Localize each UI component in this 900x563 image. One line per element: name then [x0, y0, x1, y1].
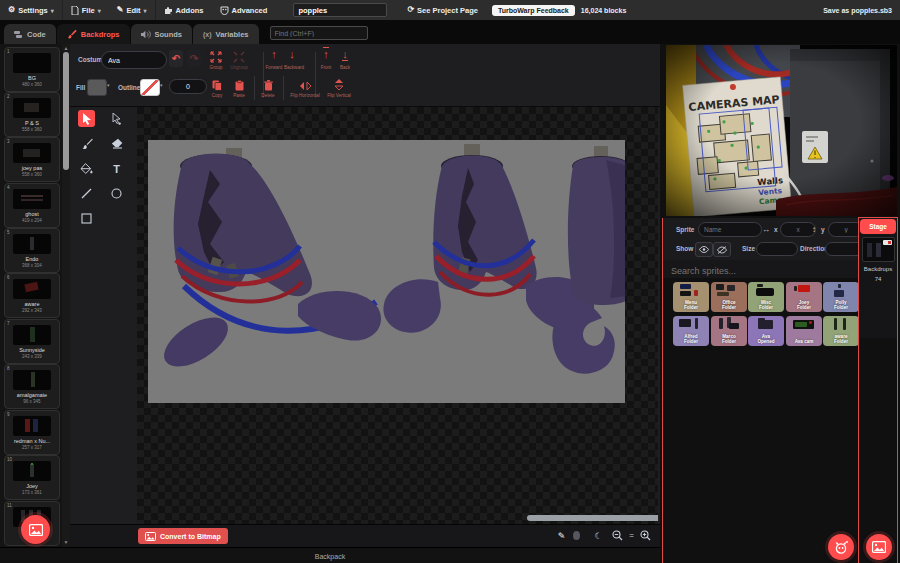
tab-variables-label: Variables: [216, 30, 249, 39]
copy-button[interactable]: [209, 77, 225, 90]
save-status[interactable]: Save as popples.sb3: [823, 7, 900, 14]
tab-variables[interactable]: (x) Variables: [193, 24, 259, 44]
eye-icon: [699, 246, 709, 253]
ava-costume-drawing: [148, 140, 625, 403]
stage-select-button[interactable]: Stage: [860, 219, 896, 234]
sprite-tile-aware-folder[interactable]: awareFolder: [823, 316, 859, 346]
file-icon: [71, 6, 79, 15]
backdrop-item-2[interactable]: 2 P & S 558 x 360: [4, 92, 60, 137]
cursor-pencil-button[interactable]: ✎: [554, 528, 569, 543]
sprite-name: AvaOpened: [748, 334, 784, 344]
show-sprite-button[interactable]: [695, 242, 713, 257]
zoom-out-button[interactable]: [610, 528, 625, 543]
scroll-down-icon[interactable]: ▼: [62, 539, 70, 545]
zoom-in-button[interactable]: [638, 528, 653, 543]
sprite-tile-polly-folder[interactable]: PollyFolder: [823, 282, 859, 312]
sprite-name: PollyFolder: [823, 300, 859, 310]
sprite-tile-misc-folder[interactable]: MiscFolder: [748, 282, 784, 312]
reshape-tool[interactable]: [108, 110, 125, 127]
backdrop-item-4[interactable]: 4 ghost 419 x 204: [4, 183, 60, 228]
backdrop-item-3[interactable]: 3 joey pas 558 x 360: [4, 137, 60, 182]
feedback-button[interactable]: TurboWarp Feedback: [492, 5, 575, 16]
group-button[interactable]: [207, 49, 225, 63]
fill-color-swatch[interactable]: [87, 79, 107, 96]
backdrop-item-5[interactable]: 5 Endo 368 x 304: [4, 228, 60, 273]
back-button[interactable]: ↓: [337, 48, 353, 62]
line-tool[interactable]: [78, 185, 95, 202]
convert-to-bitmap-button[interactable]: Convert to Bitmap: [138, 528, 228, 544]
menu-advanced[interactable]: Advanced: [212, 0, 276, 20]
stage-thumbnail[interactable]: [862, 237, 895, 262]
circle-tool[interactable]: [108, 185, 125, 202]
sprite-tile-marco-folder[interactable]: MarcoFolder: [711, 316, 747, 346]
backdrop-item-8[interactable]: 8 amalgamate 96 x 345: [4, 364, 60, 409]
outline-width-input[interactable]: [169, 79, 207, 94]
add-sprite-button[interactable]: [828, 534, 854, 560]
see-project-page-button[interactable]: ⟳ See Project Page: [399, 0, 486, 20]
sprite-tile-office-folder[interactable]: OfficeFolder: [711, 282, 747, 312]
project-title-input[interactable]: [293, 3, 387, 17]
sprite-tile-menu-folder[interactable]: MenuFolder: [673, 282, 709, 312]
redo-button[interactable]: ↷: [187, 50, 201, 67]
tab-backdrops-label: Backdrops: [81, 30, 120, 39]
sprite-name-input[interactable]: [698, 222, 762, 237]
paste-button[interactable]: [231, 77, 247, 90]
menu-edit[interactable]: ✎ Edit ▾: [109, 0, 155, 20]
fill-tool[interactable]: [78, 160, 95, 177]
forward-button[interactable]: ↑: [266, 48, 282, 62]
sprite-x-input[interactable]: [780, 222, 816, 237]
add-backdrop-button[interactable]: [21, 515, 50, 544]
eraser-tool[interactable]: [108, 135, 125, 152]
canvas-horizontal-scrollbar[interactable]: [527, 515, 658, 521]
delete-button[interactable]: [260, 77, 276, 90]
text-tool[interactable]: T: [108, 160, 125, 177]
sprite-search-input[interactable]: [662, 262, 858, 280]
backdrop-item-9[interactable]: 9 redman x Nu... 257 x 317: [4, 410, 60, 455]
backpack-bar[interactable]: Backpack: [0, 547, 660, 563]
fill-label: Fill: [76, 84, 85, 91]
sprite-tile-ava-cam[interactable]: Ava cam: [786, 316, 822, 346]
outline-color-swatch[interactable]: [140, 79, 160, 96]
brush-size-preview[interactable]: [569, 528, 584, 543]
menu-edit-label: Edit: [126, 6, 140, 15]
add-backdrop-fab[interactable]: [866, 534, 892, 560]
sprite-tile-alfred-folder[interactable]: AlfredFolder: [673, 316, 709, 346]
front-button[interactable]: ↑: [318, 48, 334, 62]
backdrop-scrollbar-thumb[interactable]: [63, 52, 69, 170]
flip-vertical-button[interactable]: [331, 77, 347, 90]
stage-preview[interactable]: CAMERAS MAP Walls Vents Cams: [666, 45, 897, 216]
tab-code[interactable]: Code: [4, 24, 56, 44]
ungroup-button[interactable]: [230, 49, 248, 63]
menu-settings[interactable]: ⚙ Settings ▾: [0, 0, 62, 20]
sprite-tile-joey-folder[interactable]: JoeyFolder: [786, 282, 822, 312]
undo-button[interactable]: ↶: [169, 50, 183, 67]
select-tool[interactable]: [78, 110, 95, 127]
backdrop-size: 368 x 304: [5, 263, 59, 268]
backdrop-item-1[interactable]: 1 BG 480 x 360: [4, 47, 60, 92]
stage-panel: CAMERAS MAP Walls Vents Cams: [660, 44, 900, 563]
sprite-tile-ava-opened[interactable]: AvaOpened: [748, 316, 784, 346]
flip-horizontal-button[interactable]: [297, 77, 313, 90]
dark-mode-toggle[interactable]: ☾: [591, 528, 606, 543]
backdrop-item-6[interactable]: 6 aware 292 x 343: [4, 273, 60, 318]
hide-sprite-button[interactable]: [713, 242, 731, 257]
menu-file[interactable]: File ▾: [63, 0, 109, 20]
scroll-up-icon[interactable]: ▲: [62, 45, 70, 51]
zoom-reset-button[interactable]: =: [624, 528, 639, 543]
backward-button[interactable]: ↓: [284, 48, 300, 62]
brush-tool[interactable]: [78, 135, 95, 152]
outline-label: Outline: [118, 84, 140, 91]
tab-sounds[interactable]: Sounds: [131, 24, 193, 44]
show-label: Show: [676, 245, 693, 252]
backdrop-item-7[interactable]: 7 Sunnyside 243 x 339: [4, 319, 60, 364]
costume-name-input[interactable]: [101, 51, 167, 69]
find-input[interactable]: [270, 26, 368, 40]
sprite-thumbnail: [673, 316, 709, 333]
sprite-size-input[interactable]: [756, 242, 798, 256]
paint-canvas[interactable]: [137, 107, 658, 524]
tab-backdrops[interactable]: Backdrops: [57, 24, 130, 44]
menu-addons[interactable]: Addons: [156, 0, 212, 20]
backdrop-item-10[interactable]: 10 Joey 173 x 361: [4, 455, 60, 500]
pencil-icon: ✎: [117, 6, 124, 14]
rectangle-tool[interactable]: [78, 210, 95, 227]
